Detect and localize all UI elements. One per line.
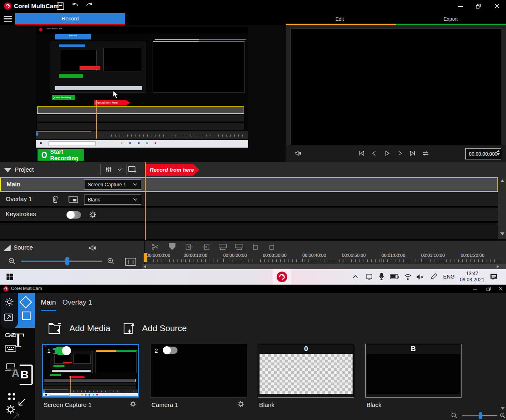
loop-button[interactable] — [422, 150, 430, 157]
bw-zoom-slider-thumb[interactable] — [479, 412, 482, 419]
record-from-here-flag[interactable]: Record from here — [146, 164, 200, 176]
zoom-out-icon[interactable] — [8, 257, 16, 265]
timecode-box[interactable]: 00:00:00:000 — [465, 148, 501, 159]
zoom-slider-thumb[interactable] — [65, 257, 69, 265]
share-screen-icon[interactable] — [4, 312, 14, 323]
bw-restore-button[interactable] — [483, 285, 494, 293]
source-tile-black[interactable]: B — [365, 344, 462, 398]
menu-icon[interactable] — [4, 15, 12, 22]
bw-tab-main[interactable]: Main — [41, 298, 56, 307]
source-audio-icon[interactable] — [88, 243, 97, 252]
language-indicator[interactable]: ENG — [443, 274, 455, 280]
trim-start-icon[interactable] — [251, 243, 260, 251]
prev-frame-button[interactable] — [371, 150, 378, 157]
fit-timeline-icon[interactable] — [125, 258, 136, 266]
tile-settings-icon[interactable] — [129, 400, 137, 408]
dots-grid-icon[interactable] — [7, 392, 16, 401]
split-clip-icon[interactable] — [151, 243, 160, 251]
scroll-up-icon[interactable] — [500, 179, 504, 182]
timeline-zoom-slider[interactable] — [21, 261, 102, 262]
undo-icon[interactable] — [71, 1, 80, 10]
hscroll-left-icon[interactable] — [144, 265, 146, 268]
trim-end-icon[interactable] — [268, 243, 276, 251]
volume-muted-icon[interactable] — [416, 274, 424, 280]
source-tile-screen-capture[interactable]: 1 — [42, 344, 139, 398]
tile-settings-icon[interactable] — [237, 400, 245, 408]
clock[interactable]: 13:47 09.03.2021 — [459, 271, 486, 283]
transition-tool-icon[interactable]: B — [20, 365, 33, 385]
tablet-mode-icon[interactable] — [366, 273, 373, 280]
tile-enable-toggle[interactable] — [55, 347, 70, 355]
hscroll-right-icon[interactable] — [497, 265, 499, 268]
timeline-ruler[interactable]: 00:00:00:00 00:00:10:00 00:00:20:00 00:0… — [146, 252, 506, 263]
add-track-icon[interactable] — [127, 164, 138, 175]
close-button[interactable] — [488, 0, 506, 12]
battery-icon[interactable] — [390, 274, 399, 279]
timeline-hscroll[interactable] — [142, 264, 506, 269]
add-source-button[interactable]: Add Source — [122, 321, 187, 335]
save-icon[interactable] — [56, 2, 65, 11]
mini-row — [37, 123, 244, 129]
ruler-tick: 00:01:00:00 — [382, 253, 405, 258]
volume-icon[interactable] — [294, 149, 302, 157]
project-scrollbar[interactable] — [498, 177, 506, 239]
play-button[interactable] — [384, 150, 391, 157]
microphone-icon[interactable] — [379, 273, 384, 281]
track-row-main[interactable]: Main — [0, 177, 498, 192]
next-frame-button[interactable] — [396, 150, 404, 157]
zoom-in-icon[interactable] — [107, 257, 115, 265]
add-media-label: Add Media — [69, 323, 110, 333]
brightness-icon[interactable] — [4, 297, 14, 307]
action-center-icon[interactable] — [490, 273, 498, 281]
skip-end-button[interactable] — [409, 150, 416, 157]
add-media-button[interactable]: Add Media — [48, 321, 110, 335]
bw-tab-overlay[interactable]: Overlay 1 — [62, 298, 92, 307]
bw-minimize-button[interactable] — [470, 285, 481, 293]
start-button[interactable] — [0, 269, 20, 285]
keyboard-icon[interactable] — [5, 345, 16, 352]
bw-zoom-slider[interactable] — [462, 415, 497, 416]
ripple-left-icon[interactable] — [218, 243, 228, 250]
wifi-icon[interactable] — [404, 273, 412, 281]
overlay-position-icon[interactable] — [69, 196, 78, 203]
source-tile-camera[interactable]: 2 — [150, 344, 247, 398]
source-tile-blank[interactable]: 0 — [258, 344, 354, 398]
overlay-source-dropdown[interactable]: Blank — [84, 195, 141, 205]
scroll-down-icon[interactable] — [500, 232, 504, 235]
corel-taskbar-button[interactable] — [273, 269, 291, 285]
tray-expand-icon[interactable] — [353, 274, 358, 279]
track-row-overlay[interactable]: Overlay 1 — [0, 192, 498, 207]
source-caret-icon[interactable] — [3, 245, 11, 251]
add-marker-icon[interactable] — [169, 243, 175, 250]
transition-b-glyph: B — [20, 368, 29, 381]
bw-close-button[interactable] — [495, 285, 506, 293]
tab-export[interactable]: Export — [444, 16, 458, 22]
start-recording-button[interactable]: Start Recording — [38, 149, 84, 161]
mark-out-icon[interactable] — [202, 243, 210, 250]
playhead-handle[interactable] — [144, 253, 147, 262]
bw-zoom-out-icon[interactable] — [451, 412, 457, 419]
collapse-caret-icon[interactable] — [4, 168, 11, 172]
minimize-button[interactable] — [452, 0, 468, 12]
keystrokes-settings-icon[interactable] — [89, 210, 97, 219]
pen-icon[interactable] — [430, 273, 437, 280]
track-row-keystrokes[interactable]: Keystrokes — [0, 208, 498, 222]
keystrokes-toggle[interactable] — [67, 211, 81, 219]
bw-zoom-in-icon[interactable] — [499, 412, 506, 419]
redo-icon[interactable] — [85, 1, 94, 10]
skip-start-button[interactable] — [358, 150, 365, 157]
tab-record[interactable]: Record — [15, 13, 125, 24]
project-settings-dropdown[interactable] — [100, 164, 126, 175]
tab-edit[interactable]: Edit — [335, 16, 344, 22]
arrow-down-left-icon[interactable] — [16, 397, 27, 408]
main-source-dropdown[interactable]: Screen Capture 1 — [84, 179, 141, 190]
square-shape-icon[interactable] — [22, 312, 31, 320]
delete-track-icon[interactable] — [51, 195, 59, 203]
tile-enable-toggle[interactable] — [164, 347, 178, 354]
restore-button[interactable] — [470, 0, 486, 12]
bw-scroll-down-icon[interactable] — [501, 407, 505, 410]
ripple-right-icon[interactable] — [234, 243, 244, 250]
mark-in-icon[interactable] — [185, 243, 193, 250]
export-underline — [396, 24, 506, 25]
timecode-spinner[interactable] — [497, 150, 500, 155]
